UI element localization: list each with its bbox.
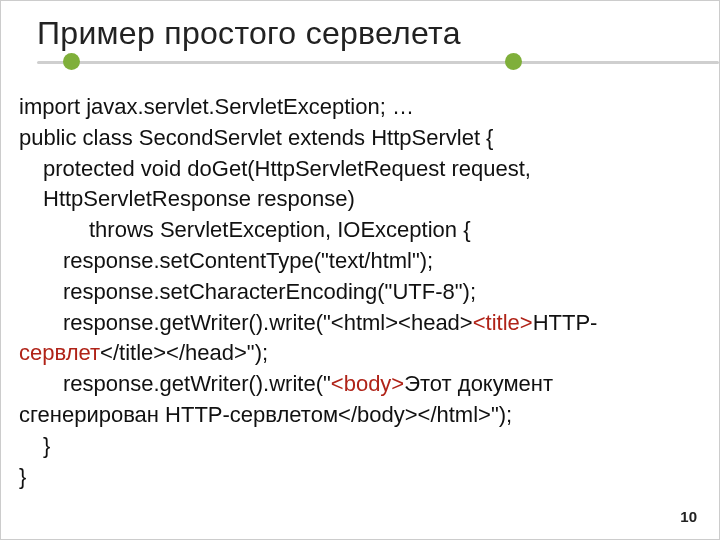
code-block: import javax.servlet.ServletException; …… — [1, 74, 719, 492]
code-line: response.setCharacterEncoding("UTF-8"); — [63, 277, 703, 308]
rule-line — [37, 61, 719, 64]
code-text: Этот документ — [404, 371, 559, 396]
page-number: 10 — [680, 508, 697, 525]
code-line: throws ServletException, IOException { — [89, 215, 703, 246]
rule-dot-icon — [505, 53, 522, 70]
code-line: сервлет</title></head>"); — [19, 338, 703, 369]
code-line: import javax.servlet.ServletException; … — [19, 92, 703, 123]
code-line: response.getWriter().write("<html><head>… — [63, 308, 703, 339]
code-line: response.getWriter().write("<body>Этот д… — [63, 369, 703, 400]
slide-title: Пример простого сервелета — [37, 15, 719, 52]
rule-dot-icon — [63, 53, 80, 70]
code-text: сгенерирован HTTP-сервлетом</body></html… — [19, 402, 512, 427]
keyword-text: сервлет — [19, 340, 100, 365]
code-text: HTTP- — [533, 310, 598, 335]
code-line: } — [19, 462, 703, 493]
code-line: сгенерирован HTTP-сервлетом</body></html… — [19, 400, 703, 431]
title-area: Пример простого сервелета — [1, 1, 719, 74]
code-line: protected void doGet(HttpServletRequest … — [43, 154, 703, 216]
code-line: public class SecondServlet extends HttpS… — [19, 123, 703, 154]
slide: Пример простого сервелета import javax.s… — [0, 0, 720, 540]
keyword-body: <body> — [331, 371, 404, 396]
title-rule — [37, 60, 719, 64]
code-line: response.setContentType("text/html"); — [63, 246, 703, 277]
code-text: response.getWriter().write(" — [63, 371, 331, 396]
code-line: } — [43, 431, 703, 462]
keyword-title: <title> — [473, 310, 533, 335]
code-text: </title></head>"); — [100, 340, 268, 365]
code-text: response.getWriter().write("<html><head> — [63, 310, 473, 335]
